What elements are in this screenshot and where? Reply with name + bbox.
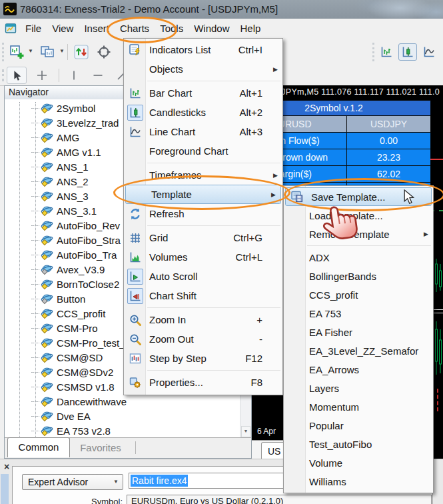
horizontal-line-tool-button[interactable] bbox=[88, 67, 108, 84]
symbol-select[interactable]: EURUSDm, Euro vs US Dollar (0.2.1.0) bbox=[127, 495, 432, 504]
menu-view[interactable]: View bbox=[47, 19, 79, 39]
menu-item-foreground-chart[interactable]: Foreground Chart bbox=[124, 141, 282, 161]
template-item-volume[interactable]: Volume bbox=[284, 453, 433, 472]
program-type-value: Expert Advisor bbox=[28, 477, 88, 487]
crosshair-tool-button[interactable] bbox=[32, 67, 52, 84]
mt4-logo-icon bbox=[3, 3, 17, 15]
template-item-test-autofibo[interactable]: Test_autoFibo bbox=[284, 435, 433, 453]
step-by-step-icon bbox=[129, 352, 142, 365]
tab-divider bbox=[135, 441, 136, 454]
line-chart-icon bbox=[129, 125, 142, 139]
submenu-arrow-icon: ▶ bbox=[424, 231, 433, 237]
tab-common[interactable]: Common bbox=[7, 437, 70, 457]
toolbar-grip[interactable] bbox=[2, 43, 6, 61]
menu-item-zoom-out[interactable]: Zoom Out - bbox=[124, 329, 282, 349]
template-item-bollingerbands[interactable]: BollingerBands bbox=[284, 267, 433, 285]
submenu-arrow-icon: ▶ bbox=[273, 172, 282, 179]
chart-shift-icon bbox=[129, 289, 142, 303]
grid-icon bbox=[129, 231, 142, 245]
template-item-ccs-profit[interactable]: CCS_profit bbox=[284, 285, 433, 304]
navigator-item[interactable]: Dancewithwave bbox=[5, 394, 251, 409]
template-item-adx[interactable]: ADX bbox=[284, 248, 433, 267]
navigator-item[interactable]: EA 753 v2.8 bbox=[5, 423, 251, 438]
target-icon bbox=[96, 44, 112, 60]
menu-separator bbox=[147, 370, 280, 371]
menu-help[interactable]: Help bbox=[235, 19, 266, 39]
menu-item-bar-chart[interactable]: Bar Chart Alt+1 bbox=[124, 83, 282, 103]
template-item-momentum[interactable]: Momentum bbox=[284, 397, 433, 416]
title-bar: 7860314: Exness-Trial2 - Demo Account - … bbox=[0, 0, 443, 19]
candlestick-chart-button[interactable] bbox=[398, 43, 417, 61]
template-item-williams[interactable]: Williams bbox=[284, 472, 433, 491]
profiles-dropdown-arrow[interactable]: ▼ bbox=[59, 48, 65, 54]
new-order-button[interactable] bbox=[72, 43, 91, 61]
menu-separator bbox=[147, 225, 280, 226]
bar-chart-icon bbox=[129, 87, 142, 100]
refresh-icon bbox=[129, 207, 142, 221]
program-type-select[interactable]: Expert Advisor ▼ bbox=[22, 474, 123, 490]
menu-separator bbox=[147, 307, 280, 308]
toolbar-separator bbox=[67, 44, 68, 60]
symbol-value: EURUSDm, Euro vs US Dollar (0.2.1.0) bbox=[131, 496, 283, 504]
template-item-ea-arrows[interactable]: EA_Arrows bbox=[284, 360, 433, 379]
vertical-line-icon bbox=[67, 69, 81, 82]
new-chart-button[interactable] bbox=[8, 43, 27, 61]
profiles-button[interactable] bbox=[39, 43, 57, 61]
selected-filename: Rabit fire.ex4 bbox=[131, 475, 188, 487]
menu-item-grid[interactable]: Grid Ctrl+G bbox=[124, 228, 282, 247]
menu-item-volumes[interactable]: Volumes Ctrl+L bbox=[124, 247, 282, 267]
properties-icon bbox=[129, 376, 142, 389]
zoom-out-icon bbox=[129, 333, 142, 346]
cursor-tool-button[interactable] bbox=[7, 67, 27, 84]
chevron-down-icon: ▼ bbox=[113, 475, 119, 489]
menu-file[interactable]: File bbox=[20, 19, 47, 39]
menu-item-step-by-step[interactable]: Step by Step F12 bbox=[124, 349, 282, 368]
menu-item-candlesticks[interactable]: Candlesticks Alt+2 bbox=[124, 103, 282, 122]
menu-separator bbox=[147, 163, 280, 163]
close-panel-button[interactable]: × bbox=[4, 462, 9, 471]
menu-item-chart-shift[interactable]: Chart Shift bbox=[124, 286, 282, 305]
template-item-ea-3level-zz-semafor[interactable]: EA_3Level_ZZ_Semafor bbox=[284, 341, 433, 360]
menu-item-line-chart[interactable]: Line Chart Alt+3 bbox=[124, 122, 282, 141]
template-item-popular[interactable]: Popular bbox=[284, 416, 433, 435]
new-chart-icon bbox=[9, 44, 25, 60]
menu-window[interactable]: Window bbox=[189, 19, 234, 39]
scroll-down-button[interactable]: ▼ bbox=[241, 426, 250, 437]
menu-separator bbox=[147, 81, 280, 81]
auto-scroll-icon bbox=[129, 270, 142, 283]
template-item-layers[interactable]: Layers bbox=[284, 379, 433, 397]
toolbar-grip[interactable] bbox=[372, 43, 376, 61]
window-title: 7860314: Exness-Trial2 - Demo Account - … bbox=[20, 0, 278, 18]
zoom-in-icon bbox=[129, 313, 142, 327]
panel-edge-strip bbox=[1, 474, 9, 504]
annotation-ellipse-save-template bbox=[284, 178, 443, 211]
tab-favorites[interactable]: Favorites bbox=[71, 439, 130, 457]
menu-item-zoom-in[interactable]: Zoom In + bbox=[124, 310, 282, 329]
cursor-arrow-icon bbox=[11, 69, 23, 81]
horizontal-line-icon bbox=[91, 69, 105, 82]
mouse-cursor bbox=[404, 189, 414, 205]
toolbar-grip[interactable] bbox=[2, 69, 6, 81]
app-chart-icon bbox=[5, 23, 18, 35]
time-axis-label: 6 Apr bbox=[257, 427, 276, 436]
candlestick-icon bbox=[129, 106, 142, 119]
price-level-line bbox=[430, 159, 443, 160]
menu-bar: FileViewInsertChartsToolsWindowHelp bbox=[0, 19, 443, 39]
line-chart-button[interactable] bbox=[420, 43, 438, 61]
template-item-ea-fisher[interactable]: EA Fisher bbox=[284, 323, 433, 341]
template-item-ea-753[interactable]: EA 753 bbox=[284, 304, 433, 323]
volumes-icon bbox=[129, 251, 142, 264]
line-chart-icon bbox=[422, 45, 436, 59]
annotation-ellipse-template bbox=[113, 175, 290, 210]
menu-item-auto-scroll[interactable]: Auto Scroll bbox=[124, 267, 282, 286]
indicator-dashed-line bbox=[437, 389, 438, 411]
navigator-tabs: Common Favorites bbox=[5, 437, 251, 458]
new-chart-dropdown-arrow[interactable]: ▼ bbox=[28, 48, 33, 54]
navigator-item[interactable]: Dve EA bbox=[5, 409, 251, 423]
bar-chart-button[interactable] bbox=[377, 43, 396, 61]
crosshair-target-button[interactable] bbox=[95, 43, 113, 61]
vertical-line-tool-button[interactable] bbox=[64, 67, 84, 84]
menu-item-properties[interactable]: Properties... F8 bbox=[124, 373, 282, 392]
menu-item-objects[interactable]: Objects ▶ bbox=[124, 59, 282, 79]
candlestick-icon bbox=[401, 45, 414, 59]
